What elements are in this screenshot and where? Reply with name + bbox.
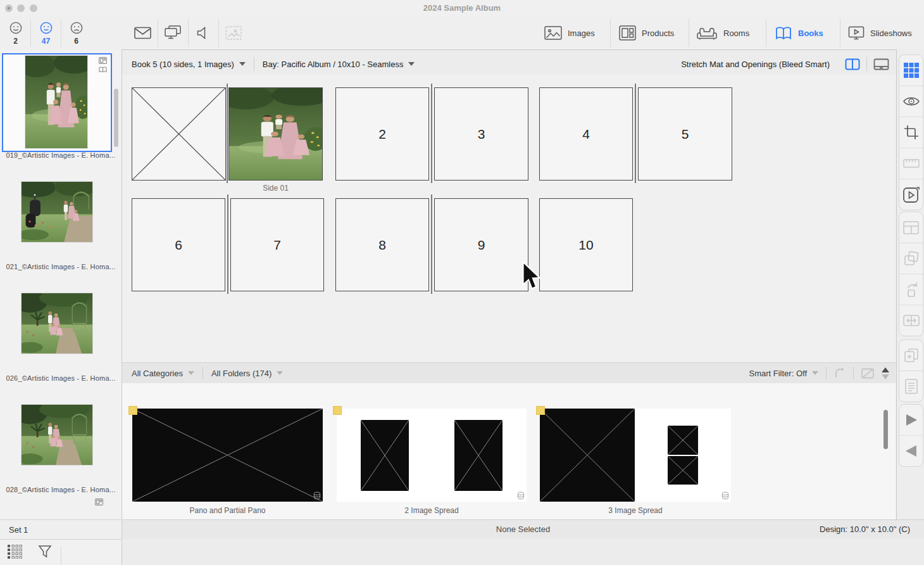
folders-select[interactable]: All Folders (174) bbox=[211, 369, 283, 378]
page-number: 10 bbox=[578, 238, 593, 253]
template-x-lines bbox=[454, 420, 503, 491]
categories-select[interactable]: All Categories bbox=[132, 369, 194, 378]
template-3-image-spread[interactable] bbox=[540, 409, 731, 502]
design-size-label: Design: 10.0" x 10.0" (C) bbox=[820, 524, 910, 534]
page-4[interactable]: 4 bbox=[539, 87, 633, 181]
tab-products[interactable]: Products bbox=[619, 22, 674, 44]
print-preview-button[interactable] bbox=[163, 24, 182, 42]
right-tool-panel bbox=[896, 49, 924, 519]
funnel-icon bbox=[37, 544, 53, 559]
template-favorite-badge[interactable] bbox=[536, 406, 545, 415]
page-8[interactable]: 8 bbox=[335, 198, 429, 291]
tab-rooms[interactable]: Rooms bbox=[696, 22, 749, 44]
set-label: Set 1 bbox=[9, 525, 28, 535]
preview-button[interactable] bbox=[899, 86, 923, 117]
products-icon bbox=[619, 25, 636, 41]
spread-spine bbox=[635, 84, 636, 183]
page-empty-cover[interactable] bbox=[132, 87, 226, 181]
page-side-01[interactable] bbox=[228, 87, 323, 181]
stepper-down-icon bbox=[882, 374, 889, 379]
tab-slideshows-label: Slideshows bbox=[870, 29, 912, 38]
page-6[interactable]: 6 bbox=[132, 198, 225, 291]
hide-used-button[interactable] bbox=[861, 368, 874, 379]
used-in-book-icon bbox=[99, 67, 107, 73]
rating-neutral-button[interactable]: 47 bbox=[31, 19, 61, 47]
template-pano[interactable] bbox=[132, 409, 323, 502]
template-x-lines bbox=[668, 456, 698, 485]
rating-happy-button[interactable]: 2 bbox=[1, 19, 30, 47]
template-favorite-badge[interactable] bbox=[128, 406, 137, 415]
page-10[interactable]: 10 bbox=[539, 198, 633, 291]
two-page-view-button[interactable] bbox=[845, 58, 860, 70]
tab-books[interactable]: Books bbox=[775, 22, 823, 44]
smart-filter-select[interactable]: Smart Filter: Off bbox=[749, 369, 819, 378]
back-icon bbox=[904, 444, 918, 458]
set-header[interactable]: Set 1 bbox=[0, 519, 121, 540]
chevron-down-icon bbox=[408, 62, 415, 66]
document-icon bbox=[904, 379, 918, 394]
book-select[interactable]: Book 5 (10 sides, 1 Images) bbox=[132, 60, 246, 69]
chevron-down-icon bbox=[277, 371, 283, 375]
speaker-icon bbox=[196, 26, 210, 40]
layout-icon bbox=[903, 221, 919, 234]
page-3[interactable]: 3 bbox=[434, 87, 528, 181]
tab-images[interactable]: Images bbox=[544, 22, 595, 44]
tab-slideshows[interactable]: Slideshows bbox=[848, 22, 912, 44]
used-in-product-icon bbox=[99, 57, 107, 64]
rotate-button[interactable] bbox=[899, 274, 923, 305]
smiley-neutral-icon bbox=[39, 21, 54, 36]
next-book-button[interactable] bbox=[899, 405, 923, 435]
notes-button[interactable] bbox=[899, 371, 923, 402]
page-number: 7 bbox=[273, 238, 281, 253]
thumbnail-label: 028_©Artistic Images - E. Homa... bbox=[0, 486, 122, 493]
template-x-lines bbox=[132, 409, 323, 502]
add-pages-button[interactable] bbox=[899, 340, 923, 371]
curved-arrow-icon bbox=[834, 368, 846, 378]
grid-icon bbox=[904, 63, 919, 78]
page-number: 5 bbox=[682, 127, 689, 142]
layout-button[interactable] bbox=[899, 212, 923, 243]
template-label: 3 Image Spread bbox=[540, 506, 731, 515]
template-label: 2 Image Spread bbox=[337, 506, 527, 515]
template-2-image-spread[interactable] bbox=[337, 409, 527, 502]
play-slideshow-button[interactable] bbox=[899, 179, 923, 210]
thumbnail-selected[interactable] bbox=[2, 53, 112, 152]
stack-button[interactable] bbox=[899, 243, 923, 274]
sidebar-scrollbar[interactable] bbox=[114, 89, 118, 147]
template-size-stepper[interactable] bbox=[882, 367, 889, 379]
ruler-button[interactable] bbox=[899, 148, 923, 179]
display-icon bbox=[165, 25, 181, 41]
email-button[interactable] bbox=[133, 24, 152, 42]
chevron-down-icon bbox=[812, 371, 818, 375]
swap-pages-button[interactable] bbox=[899, 305, 923, 336]
thumbnail-size-button[interactable] bbox=[8, 545, 24, 559]
bay-select[interactable]: Bay: Pacific Album / 10x10 - Seamless bbox=[263, 60, 415, 69]
filter-button[interactable] bbox=[37, 544, 53, 559]
page-5[interactable]: 5 bbox=[638, 87, 732, 181]
audio-button[interactable] bbox=[194, 24, 213, 42]
grid-view-button[interactable] bbox=[899, 55, 923, 86]
images-icon bbox=[544, 26, 562, 40]
used-in-product-icon bbox=[95, 498, 103, 505]
thumbnail-photo[interactable] bbox=[22, 182, 92, 242]
page-9[interactable]: 9 bbox=[434, 198, 528, 291]
tab-images-label: Images bbox=[568, 29, 595, 38]
page-7[interactable]: 7 bbox=[230, 198, 324, 291]
image-placeholder-button[interactable] bbox=[224, 24, 243, 42]
templates-scrollbar[interactable] bbox=[883, 410, 888, 449]
thumbnail-photo[interactable] bbox=[22, 405, 92, 465]
recall-filter-button[interactable] bbox=[834, 368, 846, 378]
tab-rooms-label: Rooms bbox=[723, 29, 749, 38]
tab-products-label: Products bbox=[642, 29, 674, 38]
crop-button[interactable] bbox=[899, 117, 923, 148]
filmstrip-view-button[interactable] bbox=[873, 58, 889, 70]
rating-sad-button[interactable]: 6 bbox=[61, 19, 91, 47]
page-2[interactable]: 2 bbox=[335, 87, 429, 181]
template-favorite-badge[interactable] bbox=[333, 406, 342, 415]
page-number: 2 bbox=[378, 127, 386, 142]
template-stack-icon bbox=[517, 492, 525, 500]
thumbnail-photo[interactable] bbox=[22, 293, 92, 353]
thumbnail-label: 026_©Artistic Images - E. Homa... bbox=[0, 374, 122, 382]
page-photo bbox=[229, 88, 322, 180]
previous-book-button[interactable] bbox=[899, 435, 923, 466]
